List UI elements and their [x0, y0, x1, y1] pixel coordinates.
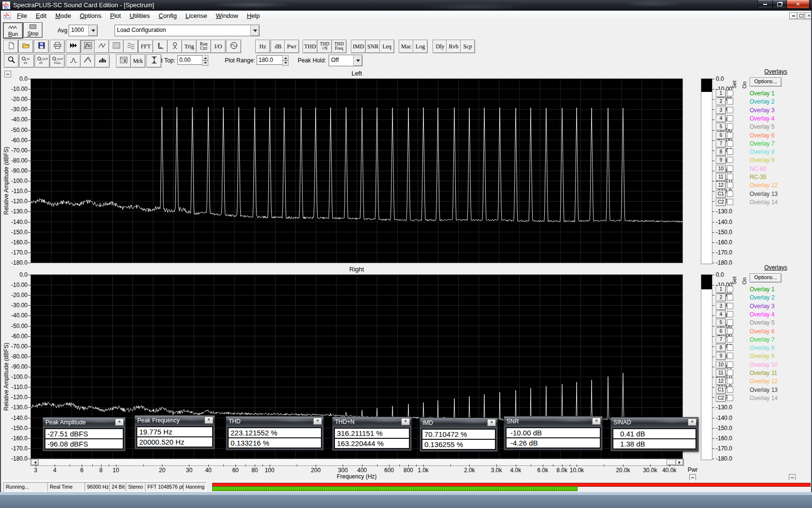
overlay-on-checkbox-top-9[interactable] [727, 157, 733, 163]
menu-utilities[interactable]: Utilities [125, 11, 154, 21]
imd-button[interactable]: IMD [351, 40, 366, 53]
log-button[interactable]: Log [413, 40, 428, 53]
peak-hold-dropdown-icon[interactable] [353, 55, 362, 66]
overlay-set-button-bottom-10[interactable]: 10 [716, 361, 726, 369]
overlay-set-button-bottom-9[interactable]: 9 [716, 352, 726, 360]
print-button[interactable] [50, 40, 65, 53]
step-curve-button[interactable] [80, 54, 95, 68]
plot-top-spinner[interactable] [202, 55, 208, 65]
overlays-options-button-bottom[interactable]: Options... [750, 273, 782, 283]
overlay-set-button-top-7[interactable]: 7 [716, 140, 726, 148]
run-button[interactable]: Run [3, 22, 23, 39]
overlay-on-checkbox-bottom-11[interactable] [727, 370, 733, 376]
overlay-set-button-top-12[interactable]: 12 [716, 181, 726, 189]
configuration-dropdown-icon[interactable] [250, 25, 259, 36]
overlay-on-checkbox-top-10[interactable] [727, 165, 733, 172]
overlay-set-button-bottom-2[interactable]: 2 [716, 294, 726, 301]
plot-top-input[interactable] [177, 55, 203, 65]
spectrogram-view-button[interactable] [109, 40, 124, 53]
overlay-on-checkbox-bottom-12[interactable] [727, 378, 733, 384]
leq-button[interactable]: Leq [379, 40, 394, 53]
scroll-left-button[interactable] [31, 459, 39, 465]
overlay-set-button-top-1[interactable]: 1 [716, 90, 726, 97]
overlay-on-checkbox-top-4[interactable] [727, 115, 733, 121]
mac-button[interactable]: Mac [399, 40, 414, 53]
run-control-button[interactable]: RunCtrl [196, 40, 211, 53]
menu-help[interactable]: Help [243, 11, 264, 21]
db-button[interactable]: dB [271, 40, 286, 53]
mdi-minimize-button[interactable] [789, 12, 798, 19]
maximize-button[interactable] [772, 0, 787, 9]
marker-button[interactable]: Mrk [130, 54, 145, 68]
pwr-button[interactable]: Pwr [284, 40, 299, 53]
overlay-set-button-top-8[interactable]: 8 [716, 148, 726, 156]
overlay-set-button-bottom-6[interactable]: 6 [716, 328, 726, 335]
overlay-set-button-top-C1[interactable]: C1 [716, 190, 726, 198]
overlay-set-button-bottom-C2[interactable]: C2 [716, 394, 726, 402]
overlay-on-checkbox-bottom-3[interactable] [727, 303, 733, 309]
overlay-set-button-bottom-3[interactable]: 3 [716, 302, 726, 310]
overlay-on-checkbox-bottom-C1[interactable] [727, 387, 733, 393]
bar-display-button[interactable] [95, 54, 110, 68]
measurement-close-button[interactable]: ✕ [592, 418, 601, 425]
overlay-on-checkbox-bottom-8[interactable] [727, 344, 733, 351]
measurement-window-title[interactable]: THD+N✕ [333, 417, 411, 426]
thd-button[interactable]: THD [303, 40, 318, 53]
overlay-set-button-top-9[interactable]: 9 [716, 156, 726, 164]
measurement-close-button[interactable]: ✕ [115, 418, 124, 426]
snr-button[interactable]: SNR [365, 40, 380, 53]
menu-window[interactable]: Window [211, 11, 242, 21]
thd-freq-button[interactable]: THDFreq [332, 40, 347, 53]
overlay-set-button-top-11[interactable]: 11 [716, 173, 726, 181]
overlay-set-button-top-6[interactable]: 6 [716, 132, 726, 139]
overlay-set-button-top-C2[interactable]: C2 [716, 198, 726, 206]
io-button[interactable]: I/O [211, 40, 226, 53]
collapse-pwr-button[interactable] [689, 474, 696, 481]
mdi-restore-button[interactable] [797, 12, 805, 19]
measurement-window-title[interactable]: SINAD✕ [611, 418, 698, 427]
overlay-on-checkbox-bottom-5[interactable] [727, 319, 733, 326]
measurement-close-button[interactable]: ✕ [401, 418, 410, 425]
overlay-on-checkbox-top-3[interactable] [727, 107, 733, 113]
overlay-set-button-top-4[interactable]: 4 [716, 115, 726, 122]
overlay-on-checkbox-top-C2[interactable] [727, 199, 733, 205]
menu-license[interactable]: License [181, 11, 212, 21]
rvb-button[interactable]: Rvb [446, 40, 461, 53]
spectrum-view-button[interactable] [80, 40, 95, 53]
calibration-button[interactable] [167, 40, 182, 53]
menu-config[interactable]: Config [154, 11, 181, 21]
zoom-button[interactable] [4, 54, 19, 68]
close-button[interactable]: ✕ [786, 0, 810, 9]
signal-generator-button[interactable] [226, 40, 241, 53]
overlay-on-checkbox-bottom-2[interactable] [727, 294, 733, 300]
measurement-close-button[interactable]: ✕ [487, 419, 496, 426]
overlay-on-checkbox-top-1[interactable] [727, 90, 733, 96]
menu-file[interactable]: File [13, 11, 31, 21]
zoom-out-2x-button[interactable]: OUT2X [35, 54, 50, 68]
menu-edit[interactable]: Edit [31, 11, 51, 21]
left-channel-plot[interactable] [30, 78, 683, 263]
overlay-set-button-top-3[interactable]: 3 [716, 106, 726, 114]
scp-button[interactable]: Scp [460, 40, 475, 53]
new-file-button[interactable] [3, 40, 18, 53]
stop-button[interactable]: Stop [23, 22, 43, 38]
measurement-window-title[interactable]: Peak Amplitude✕ [43, 418, 125, 427]
measurement-window-title[interactable]: IMD✕ [420, 418, 497, 427]
measurement-close-button[interactable]: ✕ [204, 417, 213, 424]
avg-dropdown-icon[interactable] [88, 25, 97, 36]
overlay-on-checkbox-top-8[interactable] [727, 149, 733, 155]
fast-forward-button[interactable] [66, 40, 81, 53]
measurement-window-title[interactable]: THD✕ [226, 417, 323, 426]
vertical-range-button[interactable] [146, 54, 161, 68]
overlay-on-checkbox-top-7[interactable] [727, 140, 733, 147]
overlay-set-button-bottom-7[interactable]: 7 [716, 336, 726, 344]
overlay-set-button-bottom-8[interactable]: 8 [716, 344, 726, 352]
overlay-set-button-top-5[interactable]: 5 [716, 123, 726, 131]
measurement-close-button[interactable]: ✕ [313, 418, 322, 425]
overlay-set-button-top-2[interactable]: 2 [716, 98, 726, 105]
overlay-on-checkbox-bottom-10[interactable] [727, 361, 733, 368]
overlay-on-checkbox-bottom-C2[interactable] [727, 395, 733, 401]
collapse-left-pane-button[interactable] [4, 71, 11, 77]
overlay-set-button-top-10[interactable]: 10 [716, 165, 726, 173]
save-button[interactable] [34, 40, 49, 53]
